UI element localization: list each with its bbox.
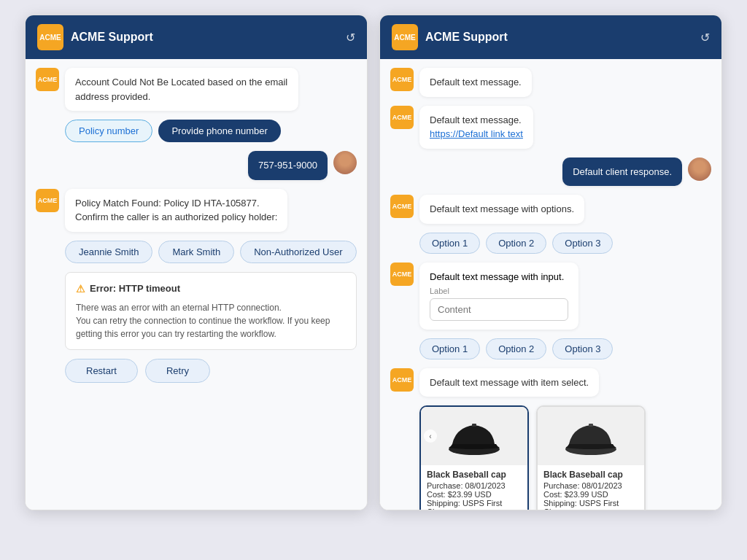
error-card: ⚠ Error: HTTP timeout There was an error… (65, 272, 357, 350)
input-label: Label (430, 287, 568, 295)
right-msg-options: ACME Default text message with options. (390, 195, 711, 224)
cap-image-1 (445, 416, 503, 456)
retry-button[interactable]: Retry (145, 359, 210, 383)
right-msg-2: ACME Default text message. https://Defau… (390, 106, 711, 149)
item-info-2: Black Baseball cap Purchase: 08/01/2023 … (538, 465, 644, 510)
policy-bubble: Policy Match Found: Policy ID HTA-105877… (65, 189, 287, 232)
option2-btn[interactable]: Option 2 (486, 233, 546, 254)
right-bubble-1: Default text message. (419, 68, 532, 97)
right-msg-input: ACME Default text message with input. La… (390, 262, 711, 330)
agent-avatar-1: ACME (36, 68, 59, 91)
action-buttons: Restart Retry (65, 359, 357, 383)
item-select-row: ‹ Black Baseball cap Purchase: 08/01/202… (419, 405, 711, 510)
left-title: ACME Support (71, 31, 338, 44)
item-card-2[interactable]: Black Baseball cap Purchase: 08/01/2023 … (536, 405, 646, 510)
right-agent-avatar-2: ACME (390, 106, 414, 129)
user-phone-message: 757-951-9000 (36, 151, 357, 180)
item-img-2 (538, 407, 644, 465)
left-logo: ACME (37, 24, 63, 50)
agent-avatar-2: ACME (36, 189, 59, 212)
right-chat-window: ACME ACME Support ↺ ACME Default text me… (379, 15, 722, 510)
phone-btn-row: Policy number Provide phone number (65, 120, 357, 142)
right-refresh-icon[interactable]: ↺ (700, 31, 710, 44)
option3-btn-2[interactable]: Option 3 (552, 338, 613, 359)
provide-phone-button[interactable]: Provide phone number (158, 120, 281, 142)
policy-message-row: ACME Policy Match Found: Policy ID HTA-1… (36, 189, 357, 232)
right-logo: ACME (392, 24, 418, 50)
right-title: ACME Support (425, 31, 693, 44)
policy-buttons: Jeannie Smith Mark Smith Non-Authorized … (65, 241, 357, 263)
right-user-bubble: Default client response. (562, 158, 682, 187)
option2-btn-2[interactable]: Option 2 (486, 338, 546, 359)
right-agent-avatar-5: ACME (390, 368, 414, 392)
item-card-1[interactable]: ‹ Black Baseball cap Purchase: 08/01/202… (419, 405, 529, 510)
option1-btn[interactable]: Option 1 (419, 233, 480, 254)
input-card-title: Default text message with input. (430, 271, 568, 282)
right-header: ACME ACME Support ↺ (380, 15, 721, 59)
agent-message-1: ACME Account Could Not Be Located based … (36, 68, 357, 111)
agent-bubble-1: Account Could Not Be Located based on th… (65, 68, 298, 111)
options-row-2: Option 1 Option 2 Option 3 (419, 338, 711, 359)
item-info-1: Black Baseball cap Purchase: 08/01/2023 … (421, 465, 527, 510)
cap-image-2 (562, 416, 620, 456)
svg-rect-1 (472, 424, 476, 427)
right-bubble-options: Default text message with options. (419, 195, 584, 224)
error-title: ⚠ Error: HTTP timeout (76, 281, 346, 297)
error-description: There was an error with an eternal HTTP … (76, 301, 346, 341)
user-avatar-1 (333, 151, 357, 174)
input-card: Default text message with input. Label (419, 262, 578, 330)
options-row-1: Option 1 Option 2 Option 3 (419, 233, 711, 254)
right-msg-1: ACME Default text message. (390, 68, 711, 97)
policy-number-button[interactable]: Policy number (65, 120, 152, 142)
right-agent-avatar-3: ACME (390, 195, 414, 218)
left-chat-body: ACME Account Could Not Be Located based … (26, 59, 367, 510)
non-authorized-button[interactable]: Non-Authorized User (240, 241, 356, 263)
right-bubble-2: Default text message. https://Default li… (419, 106, 533, 149)
right-chat-body: ACME Default text message. ACME Default … (380, 59, 721, 510)
right-agent-avatar-4: ACME (390, 262, 414, 286)
right-agent-avatar-1: ACME (390, 68, 414, 91)
option1-btn-2[interactable]: Option 1 (419, 338, 480, 359)
right-user-avatar (688, 158, 711, 181)
jeannie-smith-button[interactable]: Jeannie Smith (65, 241, 152, 263)
svg-rect-3 (589, 424, 593, 427)
option3-btn[interactable]: Option 3 (552, 233, 613, 254)
right-msg-items: ACME Default text message with item sele… (390, 368, 711, 397)
phone-response-bubble: 757-951-9000 (248, 151, 328, 180)
right-user-msg: Default client response. (390, 158, 711, 187)
left-refresh-icon[interactable]: ↺ (346, 31, 355, 44)
carousel-left-arrow[interactable]: ‹ (424, 429, 437, 443)
left-chat-window: ACME ACME Support ↺ ACME Account Could N… (25, 15, 368, 510)
mark-smith-button[interactable]: Mark Smith (158, 241, 234, 263)
item-img-1: ‹ (421, 407, 527, 465)
page-wrapper: ACME ACME Support ↺ ACME Account Could N… (0, 0, 747, 560)
default-link[interactable]: https://Default link text (430, 128, 523, 139)
warning-icon: ⚠ (76, 281, 85, 297)
right-bubble-items: Default text message with item select. (419, 368, 599, 397)
left-header: ACME ACME Support ↺ (26, 15, 367, 59)
content-input[interactable] (430, 298, 568, 321)
restart-button[interactable]: Restart (65, 359, 138, 383)
